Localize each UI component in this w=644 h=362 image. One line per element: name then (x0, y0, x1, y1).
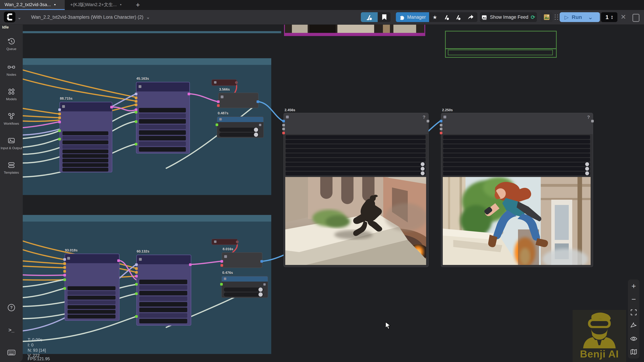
port-in[interactable] (135, 283, 138, 286)
widget-row[interactable] (286, 158, 426, 162)
collapse-toggle[interactable] (224, 255, 227, 258)
collapsed-output-dot[interactable] (235, 81, 238, 84)
note-node-collapsed[interactable] (212, 239, 238, 245)
sidebar-item-queue[interactable]: Queue (0, 37, 23, 51)
widget-row[interactable] (139, 302, 187, 307)
widget-row[interactable] (139, 147, 186, 152)
toolbar-drag-handle[interactable] (555, 14, 558, 20)
bookmark-button[interactable] (378, 12, 390, 22)
port-positive-in[interactable] (63, 262, 66, 265)
widget-row[interactable] (68, 286, 116, 290)
widget-row[interactable] (62, 140, 108, 144)
sidebar-item-help[interactable]: ? (0, 304, 23, 312)
widget-row[interactable] (139, 296, 187, 301)
widget-row[interactable] (443, 167, 590, 171)
widget-row[interactable] (286, 153, 426, 157)
port-in[interactable] (135, 143, 138, 145)
sidebar-item-input-output[interactable]: Input & Output (0, 137, 23, 150)
widget-row[interactable] (139, 136, 186, 140)
ksampler-node-2a[interactable] (64, 254, 120, 321)
show-image-feed-button[interactable]: Show Image Feed ⟳ (480, 12, 537, 22)
widget-row[interactable] (286, 149, 426, 153)
clean-vram-button[interactable] (361, 12, 378, 22)
port-positive-in[interactable] (58, 113, 61, 115)
port-in[interactable] (135, 292, 138, 295)
collapse-toggle[interactable] (138, 85, 142, 88)
widget-row[interactable] (62, 154, 108, 158)
vae-decode-node-2[interactable] (222, 252, 262, 268)
free-node-cache-button[interactable] (452, 12, 464, 22)
widget-row[interactable] (443, 144, 590, 148)
node-help[interactable]: ? (422, 114, 426, 120)
widget-row[interactable] (68, 296, 116, 300)
collapse-toggle[interactable] (224, 278, 226, 280)
workflow-title[interactable]: Wan_2.2_txt2vid-3samplers (With Lora Cha… (31, 10, 150, 24)
sidebar-item-workflows[interactable]: Workflows (0, 112, 23, 126)
manager-button[interactable]: Manager (396, 12, 429, 22)
port-negative-in[interactable] (135, 100, 138, 103)
collapse-toggle[interactable] (219, 118, 222, 120)
widget-row[interactable] (62, 163, 108, 167)
widget-row[interactable] (62, 131, 108, 135)
port-samples-in[interactable] (217, 100, 220, 103)
port-in[interactable] (135, 103, 138, 106)
collapse-toggle[interactable] (286, 116, 289, 118)
upscale-node-2[interactable] (222, 276, 268, 298)
widget-knob[interactable] (585, 171, 589, 175)
run-options-chevron-icon[interactable]: ⌄ (588, 14, 593, 21)
widget-row[interactable] (139, 319, 187, 323)
widget-row[interactable] (139, 308, 187, 312)
ksampler-node-1b[interactable] (136, 82, 190, 154)
tab-workflow-1[interactable]: Wan_2.2_txt2vid-3sa... ● (0, 0, 65, 9)
widget-row[interactable] (139, 291, 187, 295)
run-button[interactable]: ▷ Run ⌄ (560, 12, 600, 22)
slider-widget[interactable] (219, 128, 259, 132)
widget-row[interactable] (443, 158, 590, 162)
widget-row[interactable] (139, 125, 186, 129)
video-combine-node-2[interactable]: ? (441, 113, 593, 267)
widget-row[interactable] (286, 135, 426, 139)
sidebar-item-nodes[interactable]: Nodes (0, 63, 23, 77)
widget-row[interactable] (62, 149, 108, 153)
port-in[interactable] (135, 120, 138, 123)
port-samples-in[interactable] (220, 260, 223, 263)
port-model-in[interactable] (135, 93, 138, 95)
toggle-link-visibility-button[interactable] (629, 334, 638, 343)
port-latent-in[interactable] (58, 121, 61, 123)
port-model-in[interactable] (63, 258, 66, 261)
widget-row[interactable] (139, 313, 187, 318)
widget-row[interactable] (68, 305, 116, 309)
widget-row[interactable] (443, 162, 590, 166)
port-audio-in[interactable] (282, 124, 285, 126)
port-in[interactable] (135, 315, 138, 318)
port-positive-in[interactable] (135, 96, 138, 99)
port-meta-in[interactable] (440, 128, 442, 130)
fit-view-button[interactable] (629, 308, 638, 317)
cancel-button[interactable]: ✕ (620, 13, 626, 21)
widget-row[interactable] (68, 315, 116, 319)
port-images-in[interactable] (282, 120, 285, 122)
collapse-toggle[interactable] (221, 95, 224, 98)
port-audio-in[interactable] (440, 124, 442, 126)
port-latent-in[interactable] (135, 108, 138, 111)
port-latent-in[interactable] (135, 275, 138, 278)
port-latent-out[interactable] (117, 259, 120, 262)
stop-button[interactable] (632, 14, 640, 22)
ksampler-node-2b[interactable] (136, 255, 191, 326)
widget-row[interactable] (139, 113, 186, 118)
port-in[interactable] (58, 138, 61, 140)
widget-row[interactable] (62, 159, 108, 162)
collapse-toggle[interactable] (62, 105, 65, 108)
port-model-in[interactable] (135, 263, 138, 266)
widget-row[interactable] (139, 119, 186, 124)
widget-row[interactable] (62, 145, 108, 149)
slider-knob[interactable] (258, 288, 263, 292)
port-latent-out[interactable] (110, 106, 113, 108)
port-images-out[interactable] (256, 100, 259, 103)
port-latent-out[interactable] (188, 93, 190, 95)
batch-count-steppers[interactable]: ▲ ▼ (611, 15, 614, 19)
port-latent-out[interactable] (189, 263, 192, 266)
widget-row[interactable] (62, 168, 108, 172)
port-in[interactable] (63, 278, 66, 281)
widget-row[interactable] (286, 144, 426, 148)
